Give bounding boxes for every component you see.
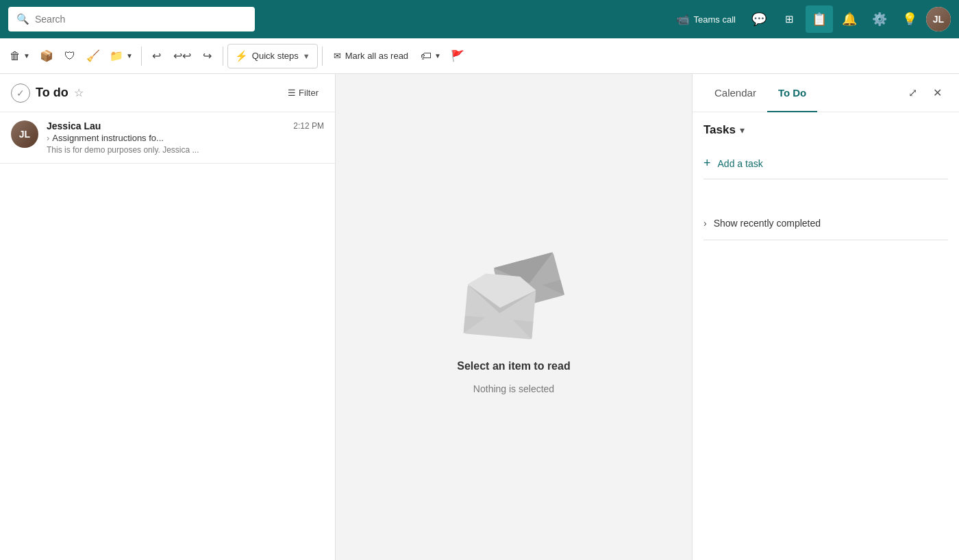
immersive-reader-button[interactable]: ⊞ [775,5,803,33]
add-task-plus-icon: + [703,156,711,170]
lightbulb-icon: 💡 [902,12,917,27]
todo-expand-button[interactable]: ⤢ [901,82,923,104]
flag-button[interactable]: 🚩 [447,44,469,68]
select-all-checkbox[interactable]: ✓ [11,84,30,103]
mark-all-read-button[interactable]: ✉ Mark all as read [327,44,415,68]
show-completed-chevron-icon: › [703,218,707,229]
subject-text: Assignment instructions fo... [52,133,164,143]
move-button[interactable]: 📁 ▼ [105,44,137,68]
settings-button[interactable]: ⚙️ [866,5,893,33]
trash-icon: 🗑 [10,50,21,62]
folder-header: ✓ To do ☆ ☰ Filter [0,74,335,112]
immersive-reader-icon: ⊞ [785,13,794,25]
todo-body: Tasks ▾ + Add a task › Show recently com… [693,112,959,560]
sweep-icon: 🧹 [86,49,100,62]
filter-label: Filter [299,88,319,98]
email-preview: This is for demo purposes only. Jessica … [47,145,324,155]
video-icon: 📹 [676,13,690,26]
add-task-label: Add a task [718,158,763,169]
search-input[interactable] [35,14,247,25]
quick-steps-label: Quick steps [252,51,299,61]
folder-move-icon: 📁 [110,49,123,62]
email-sender-avatar: JL [11,120,38,148]
separator-1 [141,47,142,66]
tab-todo[interactable]: To Do [767,74,817,112]
topbar-actions: 📹 Teams call 💬 ⊞ 📋 🔔 ⚙️ 💡 JL [669,5,951,33]
tab-calendar[interactable]: Calendar [703,74,767,112]
gear-icon: ⚙️ [872,12,887,27]
email-time: 2:12 PM [293,121,324,131]
email-panel: ✓ To do ☆ ☰ Filter JL Jessica Lau 2:12 P… [0,74,336,560]
quick-steps-chevron: ▼ [303,52,310,60]
filter-button[interactable]: ☰ Filter [282,85,324,101]
topbar: 🔍 📹 Teams call 💬 ⊞ 📋 🔔 ⚙️ 💡 JL [0,0,959,38]
teams-call-button[interactable]: 📹 Teams call [669,9,743,30]
move-dropdown-icon: ▼ [126,52,133,60]
archive-button[interactable]: 📦 [36,44,58,68]
chat-icon: 💬 [751,12,767,27]
main-layout: ✓ To do ☆ ☰ Filter JL Jessica Lau 2:12 P… [0,74,959,560]
delete-button[interactable]: 🗑 ▼ [5,44,34,68]
todo-header: Calendar To Do ⤢ ✕ [693,74,959,112]
tags-dropdown-icon: ▼ [434,52,441,60]
tasks-title: Tasks [703,123,736,137]
reply-all-icon: ↩↩ [173,49,191,62]
email-sender-name: Jessica Lau [47,120,101,131]
tasks-chevron-icon[interactable]: ▾ [740,125,745,136]
subject-prefix: › [47,133,49,143]
email-item[interactable]: JL Jessica Lau 2:12 PM › Assignment inst… [0,112,335,164]
search-box[interactable]: 🔍 [8,7,255,31]
mark-all-read-label: Mark all as read [345,51,408,61]
archive-icon: 📦 [40,49,53,62]
toolbar: 🗑 ▼ 📦 🛡 🧹 📁 ▼ ↩ ↩↩ ↪ ⚡ Quick steps ▼ ✉ M… [0,38,959,74]
add-task-row[interactable]: + Add a task [703,148,948,179]
reading-pane: Select an item to read Nothing is select… [336,74,692,560]
folder-title: To do [36,86,68,100]
email-header: Jessica Lau 2:12 PM [47,120,324,131]
empty-state-sub: Nothing is selected [473,383,554,394]
delete-dropdown-icon: ▼ [23,52,30,60]
notifications-button[interactable]: 🔔 [836,5,863,33]
email-content: Jessica Lau 2:12 PM › Assignment instruc… [47,120,324,155]
todo-panel: Calendar To Do ⤢ ✕ Tasks ▾ + [692,74,959,560]
search-icon: 🔍 [16,13,29,25]
expand-icon: ⤢ [908,86,917,99]
lightning-icon: ⚡ [235,50,248,62]
email-subject: › Assignment instructions fo... [47,133,324,143]
todo-close-button[interactable]: ✕ [926,82,948,104]
junk-button[interactable]: 🛡 [59,44,81,68]
filter-icon: ☰ [288,88,296,98]
show-completed-row[interactable]: › Show recently completed [703,207,948,240]
flag-icon: 🚩 [451,49,464,62]
shield-icon: 🛡 [64,50,75,62]
separator-2 [223,47,223,66]
avatar: JL [926,7,951,31]
chat-icon-button[interactable]: 💬 [745,5,773,33]
undo-button[interactable]: ↩ [146,44,168,68]
bell-icon: 🔔 [842,12,857,27]
forward-button[interactable]: ↪ [197,44,219,68]
show-completed-label: Show recently completed [714,218,821,229]
empty-state-title: Select an item to read [457,360,570,372]
tag-icon: 🏷 [421,50,432,62]
todo-header-icons: ⤢ ✕ [901,82,948,104]
user-avatar-button[interactable]: JL [926,7,951,31]
tags-button[interactable]: 🏷 ▼ [416,44,445,68]
todo-nav-button[interactable]: 📋 [806,5,833,33]
sweep-button[interactable]: 🧹 [82,44,104,68]
todo-icon: 📋 [812,12,827,27]
separator-3 [322,47,323,66]
envelope-open-icon: ✉ [334,51,341,61]
help-button[interactable]: 💡 [896,5,923,33]
star-icon[interactable]: ☆ [74,86,84,99]
reply-all-button[interactable]: ↩↩ [169,44,195,68]
undo-icon: ↩ [152,49,161,62]
empty-state-illustration [452,240,575,349]
tasks-header: Tasks ▾ [703,123,948,137]
close-icon: ✕ [933,86,942,99]
forward-icon: ↪ [203,49,212,62]
quick-steps-button[interactable]: ⚡ Quick steps ▼ [227,44,318,68]
